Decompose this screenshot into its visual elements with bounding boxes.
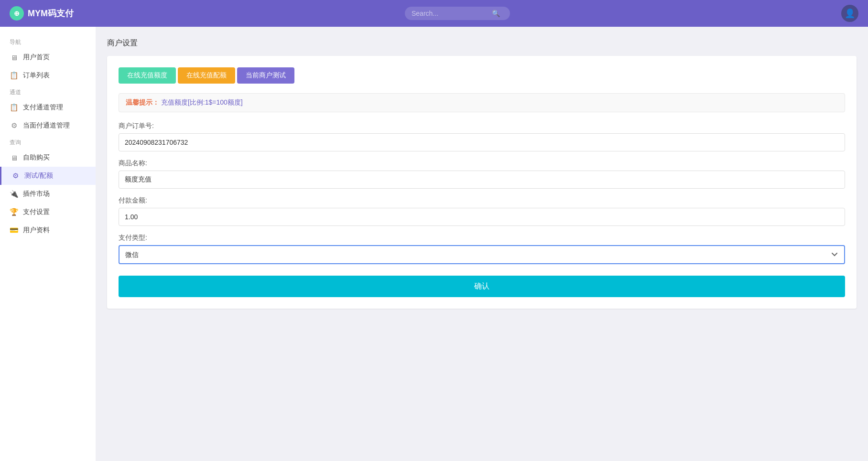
logo-text: MYM码支付: [28, 8, 74, 19]
order-no-input[interactable]: [119, 133, 845, 151]
logo-icon: ⊕: [10, 6, 24, 21]
sidebar-item-user-profile[interactable]: 💳 用户资料: [0, 221, 96, 239]
logo: ⊕ MYM码支付: [10, 6, 74, 21]
tab-online-match[interactable]: 在线充值配额: [178, 67, 235, 84]
orders-icon: 📋: [10, 71, 18, 80]
sidebar-label-test-config: 测试/配额: [24, 172, 53, 180]
pay-type-select[interactable]: 微信 支付宝 云闪付: [119, 245, 845, 264]
search-icon[interactable]: 🔍: [492, 10, 500, 17]
sidebar-label-dashboard: 用户首页: [23, 53, 50, 62]
form-group-product-name: 商品名称:: [119, 159, 845, 189]
warning-text: 充值额度[比例:1$=100额度]: [161, 98, 243, 106]
section-nav-label: 导航: [0, 34, 96, 48]
sidebar-item-plugin-market[interactable]: 🔌 插件市场: [0, 185, 96, 203]
sidebar-item-dashboard[interactable]: 🖥 用户首页: [0, 48, 96, 66]
sidebar-label-face-channel: 当面付通道管理: [23, 121, 70, 130]
tab-merchant-test[interactable]: 当前商户测试: [237, 67, 294, 84]
user-profile-icon: 💳: [10, 226, 18, 235]
search-bar: 🔍: [405, 7, 510, 20]
form-group-amount: 付款金额:: [119, 196, 845, 226]
layout: 导航 🖥 用户首页 📋 订单列表 通道 📋 支付通道管理 ⚙ 当面付通道管理 查…: [0, 27, 868, 461]
sidebar-item-face-channel[interactable]: ⚙ 当面付通道管理: [0, 117, 96, 135]
tab-online-recharge[interactable]: 在线充值额度: [119, 67, 176, 84]
search-input[interactable]: [412, 10, 488, 17]
sidebar-label-self-buy: 自助购买: [23, 153, 50, 162]
sidebar-item-payment-channel[interactable]: 📋 支付通道管理: [0, 98, 96, 117]
section-query-label: 查询: [0, 135, 96, 149]
sidebar-label-user-profile: 用户资料: [23, 226, 50, 235]
payment-settings-icon: 🏆: [10, 208, 18, 216]
form-group-order-no: 商户订单号:: [119, 122, 845, 151]
sidebar-item-payment-settings[interactable]: 🏆 支付设置: [0, 203, 96, 221]
confirm-button[interactable]: 确认: [119, 276, 845, 297]
form-group-pay-type: 支付类型: 微信 支付宝 云闪付: [119, 234, 845, 264]
amount-input[interactable]: [119, 208, 845, 226]
product-name-label: 商品名称:: [119, 159, 845, 168]
plugin-market-icon: 🔌: [10, 190, 18, 198]
header: ⊕ MYM码支付 🔍 👤: [0, 0, 868, 27]
sidebar: 导航 🖥 用户首页 📋 订单列表 通道 📋 支付通道管理 ⚙ 当面付通道管理 查…: [0, 27, 96, 461]
section-channel-label: 通道: [0, 85, 96, 98]
test-config-icon: ⚙: [11, 172, 20, 180]
user-avatar[interactable]: 👤: [841, 5, 858, 22]
page-title: 商户设置: [107, 38, 857, 48]
order-no-label: 商户订单号:: [119, 122, 845, 130]
tabs: 在线充值额度 在线充值配额 当前商户测试: [119, 67, 845, 84]
settings-card: 在线充值额度 在线充值配额 当前商户测试 温馨提示： 充值额度[比例:1$=10…: [107, 56, 857, 309]
sidebar-item-self-buy[interactable]: 🖥 自助购买: [0, 149, 96, 167]
self-buy-icon: 🖥: [10, 153, 18, 162]
sidebar-item-orders[interactable]: 📋 订单列表: [0, 66, 96, 85]
sidebar-label-payment-settings: 支付设置: [23, 208, 50, 216]
avatar-icon: 👤: [845, 8, 855, 19]
sidebar-item-test-config[interactable]: ⚙ 测试/配额: [0, 167, 96, 185]
sidebar-label-payment-channel: 支付通道管理: [23, 103, 63, 112]
sidebar-label-plugin-market: 插件市场: [23, 190, 50, 198]
payment-channel-icon: 📋: [10, 103, 18, 112]
product-name-input[interactable]: [119, 171, 845, 189]
warning-label: 温馨提示：: [126, 98, 159, 106]
dashboard-icon: 🖥: [10, 53, 18, 62]
pay-type-label: 支付类型:: [119, 234, 845, 242]
face-channel-icon: ⚙: [10, 121, 18, 130]
sidebar-label-orders: 订单列表: [23, 71, 50, 80]
amount-label: 付款金额:: [119, 196, 845, 205]
main-content: 商户设置 在线充值额度 在线充值配额 当前商户测试 温馨提示： 充值额度[比例:…: [96, 27, 868, 461]
warning-box: 温馨提示： 充值额度[比例:1$=100额度]: [119, 93, 845, 112]
